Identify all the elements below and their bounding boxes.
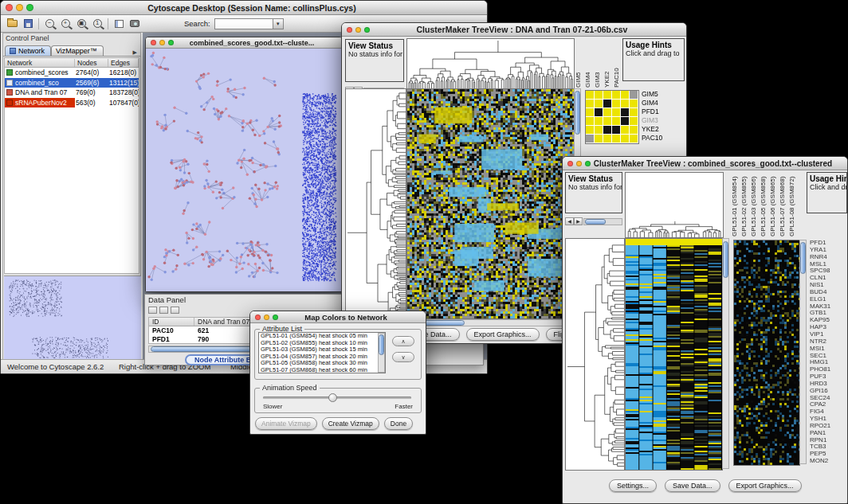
- search-dropdown-icon[interactable]: ▼: [273, 18, 284, 29]
- column-header-edges[interactable]: Edges: [108, 59, 139, 67]
- tab-vizmapper[interactable]: VizMapper™: [51, 45, 104, 56]
- heatmap-vscrollbar[interactable]: [722, 238, 729, 469]
- attribute-delete-icon[interactable]: [171, 307, 179, 314]
- zoom-button[interactable]: [168, 40, 174, 45]
- create-vizmap-button[interactable]: Create Vizmap: [322, 417, 379, 430]
- treeview2-title-bar[interactable]: ClusterMaker TreeView : combined_scores_…: [563, 157, 847, 170]
- scroll-left-icon[interactable]: ◀: [565, 217, 574, 225]
- column-labels: GIM5GIM4GIM3YKE2PAC10: [575, 38, 619, 88]
- gene-label: RPO21: [810, 423, 847, 430]
- hide-panels-icon[interactable]: [111, 17, 127, 31]
- column-label: GIM5: [575, 38, 584, 88]
- treeview1-title-bar[interactable]: ClusterMaker TreeView : DNA and Tran 07-…: [342, 23, 686, 37]
- zoom-row-label: GIM4: [642, 99, 662, 107]
- dialog-title-bar[interactable]: Map Colors to Network: [250, 311, 426, 323]
- zoom-button[interactable]: [364, 27, 370, 33]
- column-header-network[interactable]: Network: [5, 59, 75, 67]
- minimize-button[interactable]: [159, 40, 165, 45]
- minimize-button[interactable]: [16, 4, 23, 11]
- speed-slider-thumb[interactable]: [328, 393, 337, 402]
- zoom-out-icon[interactable]: −: [41, 17, 57, 31]
- treeview-button[interactable]: Save Data...: [665, 479, 720, 492]
- row-dendrogram[interactable]: [565, 238, 625, 471]
- network-type-icon: [6, 80, 13, 86]
- scroll-right-icon[interactable]: ▶: [574, 217, 583, 225]
- toolbar-separator: [108, 18, 108, 29]
- zoom-button[interactable]: [585, 161, 591, 166]
- attribute-item[interactable]: GPL51-07 (GSM868) heat shock 60 min: [259, 367, 385, 373]
- search-label: Search:: [184, 19, 210, 28]
- heatmap-zoom[interactable]: [585, 90, 639, 144]
- network-row[interactable]: combined_scores2764(0)16218(0): [5, 68, 139, 78]
- zoom-in-icon[interactable]: +: [57, 17, 73, 31]
- zoom-vscrollbar[interactable]: [799, 240, 807, 464]
- animate-vizmap-button[interactable]: Animate Vizmap: [255, 417, 317, 430]
- zoom-selected-icon[interactable]: 1: [89, 17, 105, 31]
- minimize-button[interactable]: [576, 161, 582, 166]
- search-input[interactable]: [214, 18, 273, 29]
- gene-label: VIP1: [810, 331, 847, 338]
- list-vscrollbar[interactable]: [378, 333, 385, 373]
- usage-hints-title: Usage Hints: [810, 174, 844, 183]
- view-status-title: View Status: [348, 41, 401, 50]
- close-button[interactable]: [567, 161, 573, 166]
- network-row[interactable]: sRNAPuberNov2563(0)107847(0): [5, 98, 139, 108]
- scrollbar-thumb[interactable]: [379, 334, 384, 355]
- snapshot-icon[interactable]: [127, 17, 143, 31]
- zoom-fit-icon[interactable]: ▣: [73, 17, 89, 31]
- network-table-header: Network Nodes Edges: [5, 58, 139, 68]
- gene-label: GTB1: [810, 310, 847, 317]
- column-dendrogram[interactable]: [406, 38, 575, 89]
- open-session-icon[interactable]: [4, 17, 20, 31]
- move-up-button[interactable]: ∧: [392, 336, 414, 346]
- column-header-nodes[interactable]: Nodes: [75, 59, 108, 67]
- done-button[interactable]: Done: [384, 417, 413, 430]
- close-button[interactable]: [255, 315, 261, 320]
- zoom-button[interactable]: [26, 4, 33, 11]
- zoom-button[interactable]: [273, 315, 278, 320]
- scrollbar-thumb[interactable]: [800, 242, 806, 274]
- search-area: Search: ▼: [184, 18, 284, 29]
- window-controls: [255, 315, 278, 320]
- network-overview[interactable]: [4, 275, 141, 361]
- speed-slider-track[interactable]: [263, 397, 411, 399]
- attribute-select-icon[interactable]: [148, 307, 157, 314]
- attribute-listbox[interactable]: GPL51-01 (GSM854) heat shock 05 minGPL51…: [258, 332, 386, 373]
- close-button[interactable]: [347, 27, 352, 33]
- scroll-track[interactable]: [583, 218, 622, 225]
- save-session-icon[interactable]: [20, 17, 36, 31]
- scrollbar-thumb[interactable]: [585, 219, 606, 225]
- attribute-create-icon[interactable]: [159, 307, 168, 314]
- tab-scroll-arrow-icon[interactable]: ▶: [130, 49, 140, 56]
- main-title-bar[interactable]: Cytoscape Desktop (Session Name: collins…: [1, 1, 487, 15]
- column-label: GPL51-06 (GSM865): [769, 172, 779, 236]
- heatmap-hscrollbar[interactable]: [406, 319, 573, 326]
- treeview-button[interactable]: Export Graphics...: [466, 328, 540, 341]
- status-welcome: Welcome to Cytoscape 2.6.2: [7, 362, 104, 371]
- tab-network[interactable]: Network: [5, 45, 51, 56]
- row-dendrogram[interactable]: [345, 88, 406, 319]
- network-row[interactable]: combined_sco2569(6)13112(15): [5, 78, 139, 88]
- heatmap-global[interactable]: [625, 238, 723, 471]
- network-canvas[interactable]: [146, 49, 342, 291]
- scrollbar-thumb[interactable]: [723, 241, 728, 278]
- minimize-button[interactable]: [355, 27, 361, 33]
- move-down-button[interactable]: ∨: [392, 352, 414, 362]
- column-header-id[interactable]: ID: [149, 318, 194, 326]
- zoom-row-label: GIM5: [642, 90, 662, 99]
- network-view-title: combined_scores_good.txt--cluste...: [165, 39, 339, 47]
- toolbar-separator: [38, 18, 39, 29]
- network-row[interactable]: DNA and Tran 07769(0)183728(0): [5, 88, 139, 98]
- attribute-row-id: PAC10: [149, 326, 194, 335]
- minimize-button[interactable]: [264, 315, 269, 320]
- close-button[interactable]: [151, 40, 156, 45]
- heatmap-global[interactable]: [406, 88, 575, 319]
- network-view-title-bar[interactable]: combined_scores_good.txt--cluste...: [146, 37, 342, 49]
- column-label: GPL51-07 (GSM868): [779, 172, 788, 236]
- close-button[interactable]: [6, 4, 13, 11]
- scrollbar-thumb[interactable]: [575, 91, 580, 135]
- treeview-button[interactable]: Export Graphics...: [728, 479, 802, 492]
- heatmap-zoom[interactable]: [733, 240, 800, 466]
- treeview-button[interactable]: Settings...: [609, 479, 657, 492]
- column-dendrogram[interactable]: [625, 172, 724, 238]
